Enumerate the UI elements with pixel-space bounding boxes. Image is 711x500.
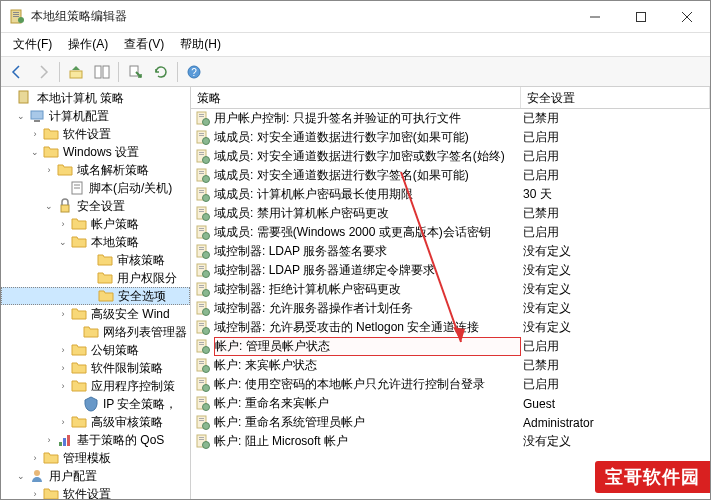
folder-icon — [71, 342, 87, 358]
chevron-down-icon[interactable]: ⌄ — [15, 471, 27, 481]
chevron-right-icon[interactable]: › — [29, 489, 41, 499]
policy-setting: Administrator — [521, 416, 710, 430]
chevron-down-icon[interactable]: ⌄ — [57, 237, 69, 247]
tree-name-resolution[interactable]: ›域名解析策略 — [1, 161, 190, 179]
list-body[interactable]: 用户帐户控制: 只提升签名并验证的可执行文件已禁用域成员: 对安全通道数据进行数… — [191, 109, 710, 499]
policy-row[interactable]: 帐户: 管理员帐户状态已启用 — [191, 337, 710, 356]
chevron-right-icon[interactable]: › — [57, 219, 69, 229]
tree-user-config[interactable]: ⌄用户配置 — [1, 467, 190, 485]
chevron-right-icon[interactable]: › — [43, 435, 55, 445]
policy-name: 域成员: 禁用计算机帐户密码更改 — [214, 205, 521, 222]
chevron-right-icon[interactable]: › — [57, 417, 69, 427]
policy-row[interactable]: 域成员: 需要强(Windows 2000 或更高版本)会话密钥已启用 — [191, 223, 710, 242]
tree-windows-settings[interactable]: ⌄Windows 设置 — [1, 143, 190, 161]
policy-row[interactable]: 域控制器: LDAP 服务器签名要求没有定义 — [191, 242, 710, 261]
menu-file[interactable]: 文件(F) — [5, 34, 60, 55]
tree-local-policies[interactable]: ⌄本地策略 — [1, 233, 190, 251]
tree-security-options[interactable]: 安全选项 — [1, 287, 190, 305]
up-button[interactable] — [64, 60, 88, 84]
export-button[interactable] — [123, 60, 147, 84]
tree-qos[interactable]: ›基于策略的 QoS — [1, 431, 190, 449]
tree-advanced-windows[interactable]: ›高级安全 Wind — [1, 305, 190, 323]
tree-user-rights[interactable]: 用户权限分 — [1, 269, 190, 287]
policy-row[interactable]: 域成员: 禁用计算机帐户密码更改已禁用 — [191, 204, 710, 223]
policy-setting: 没有定义 — [521, 319, 710, 336]
tree-public-key[interactable]: ›公钥策略 — [1, 341, 190, 359]
policy-row[interactable]: 帐户: 使用空密码的本地帐户只允许进行控制台登录已启用 — [191, 375, 710, 394]
policy-setting: 已禁用 — [521, 205, 710, 222]
svg-point-27 — [203, 118, 210, 125]
chevron-down-icon[interactable]: ⌄ — [29, 147, 41, 157]
policy-row[interactable]: 帐户: 重命名来宾帐户Guest — [191, 394, 710, 413]
svg-rect-34 — [199, 154, 204, 155]
policy-row[interactable]: 域成员: 对安全通道数据进行数字签名(如果可能)已启用 — [191, 166, 710, 185]
maximize-button[interactable] — [618, 1, 664, 33]
tree-account-policies[interactable]: ›帐户策略 — [1, 215, 190, 233]
policy-setting: 没有定义 — [521, 243, 710, 260]
policy-row[interactable]: 域成员: 对安全通道数据进行数字加密(如果可能)已启用 — [191, 128, 710, 147]
show-hide-button[interactable] — [90, 60, 114, 84]
tree-software-restriction[interactable]: ›软件限制策略 — [1, 359, 190, 377]
svg-rect-22 — [67, 435, 70, 446]
svg-point-55 — [203, 251, 210, 258]
help-button[interactable]: ? — [182, 60, 206, 84]
tree-advanced-audit[interactable]: ›高级审核策略 — [1, 413, 190, 431]
forward-button[interactable] — [31, 60, 55, 84]
tree-network-list[interactable]: 网络列表管理器 — [1, 323, 190, 341]
policy-name: 域成员: 对安全通道数据进行数字加密(如果可能) — [214, 129, 521, 146]
policy-row[interactable]: 帐户: 阻止 Microsoft 帐户没有定义 — [191, 432, 710, 451]
policy-row[interactable]: 帐户: 重命名系统管理员帐户Administrator — [191, 413, 710, 432]
svg-rect-85 — [199, 399, 204, 400]
svg-rect-46 — [199, 211, 204, 212]
svg-rect-19 — [61, 205, 69, 212]
tree-software-settings-2[interactable]: ›软件设置 — [1, 485, 190, 499]
refresh-button[interactable] — [149, 60, 173, 84]
policy-row[interactable]: 用户帐户控制: 只提升签名并验证的可执行文件已禁用 — [191, 109, 710, 128]
back-button[interactable] — [5, 60, 29, 84]
folder-icon — [97, 270, 113, 286]
policy-row[interactable]: 域控制器: 允许服务器操作者计划任务没有定义 — [191, 299, 710, 318]
tree-scripts[interactable]: 脚本(启动/关机) — [1, 179, 190, 197]
svg-point-35 — [203, 156, 210, 163]
minimize-button[interactable] — [572, 1, 618, 33]
folder-icon — [98, 288, 114, 304]
policy-row[interactable]: 域控制器: LDAP 服务器通道绑定令牌要求没有定义 — [191, 261, 710, 280]
chevron-down-icon[interactable]: ⌄ — [43, 201, 55, 211]
svg-rect-70 — [199, 325, 204, 326]
column-setting[interactable]: 安全设置 — [521, 87, 710, 108]
chevron-right-icon[interactable]: › — [57, 363, 69, 373]
menu-view[interactable]: 查看(V) — [116, 34, 172, 55]
folder-icon — [43, 450, 59, 466]
chevron-right-icon[interactable]: › — [57, 381, 69, 391]
policy-row[interactable]: 域成员: 对安全通道数据进行数字加密或数字签名(始终)已启用 — [191, 147, 710, 166]
policy-row[interactable]: 域成员: 计算机帐户密码最长使用期限30 天 — [191, 185, 710, 204]
tree-admin-templates[interactable]: ›管理模板 — [1, 449, 190, 467]
menu-action[interactable]: 操作(A) — [60, 34, 116, 55]
tree-app-control[interactable]: ›应用程序控制策 — [1, 377, 190, 395]
tree-software-settings[interactable]: ›软件设置 — [1, 125, 190, 143]
chevron-right-icon[interactable]: › — [29, 129, 41, 139]
column-policy[interactable]: 策略 — [191, 87, 521, 108]
tree-ip-security[interactable]: IP 安全策略， — [1, 395, 190, 413]
chevron-right-icon[interactable]: › — [57, 345, 69, 355]
policy-row[interactable]: 域控制器: 允许易受攻击的 Netlogon 安全通道连接没有定义 — [191, 318, 710, 337]
tree-security-settings[interactable]: ⌄安全设置 — [1, 197, 190, 215]
chevron-right-icon[interactable]: › — [57, 309, 69, 319]
chevron-right-icon[interactable]: › — [29, 453, 41, 463]
svg-rect-78 — [199, 363, 204, 364]
chevron-down-icon[interactable]: ⌄ — [15, 111, 27, 121]
tree-audit-policy[interactable]: 审核策略 — [1, 251, 190, 269]
tree-pane[interactable]: 本地计算机 策略 ⌄计算机配置 ›软件设置 ⌄Windows 设置 ›域名解析策… — [1, 87, 191, 499]
policy-name: 域控制器: 允许服务器操作者计划任务 — [214, 300, 521, 317]
policy-row[interactable]: 域控制器: 拒绝计算机帐户密码更改没有定义 — [191, 280, 710, 299]
policy-name: 帐户: 阻止 Microsoft 帐户 — [214, 433, 521, 450]
tree-computer-config[interactable]: ⌄计算机配置 — [1, 107, 190, 125]
close-button[interactable] — [664, 1, 710, 33]
menu-help[interactable]: 帮助(H) — [172, 34, 229, 55]
chevron-right-icon[interactable]: › — [43, 165, 55, 175]
policy-row[interactable]: 帐户: 来宾帐户状态已禁用 — [191, 356, 710, 375]
app-icon — [9, 9, 25, 25]
tree-root[interactable]: 本地计算机 策略 — [1, 89, 190, 107]
svg-rect-61 — [199, 285, 204, 286]
list-pane: 策略 安全设置 用户帐户控制: 只提升签名并验证的可执行文件已禁用域成员: 对安… — [191, 87, 710, 499]
